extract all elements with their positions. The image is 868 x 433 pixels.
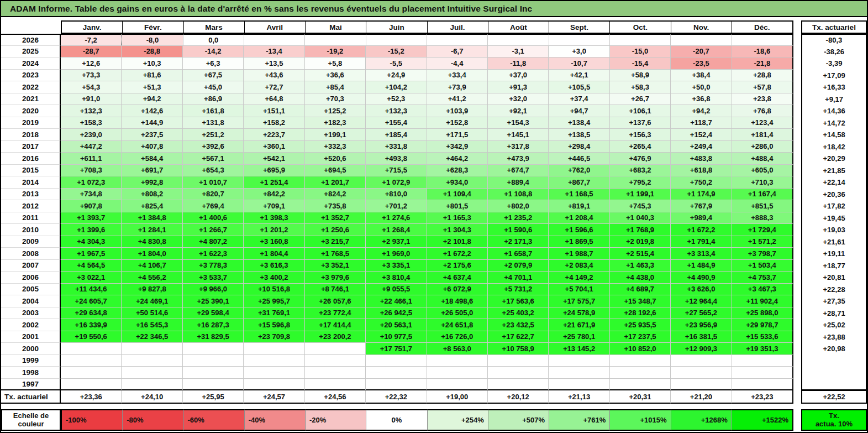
cell-2008-m10[interactable]: +2 515,4: [610, 248, 671, 260]
cell-2025-m12[interactable]: -18,6: [732, 46, 793, 58]
cell-2006-m2[interactable]: +4 556,2: [122, 272, 182, 284]
cell-2001-m4[interactable]: +23 709,8: [244, 331, 304, 343]
cell-2014-m4[interactable]: +1 251,4: [244, 176, 304, 189]
cell-2026-tx-actuariel[interactable]: -80,3: [801, 34, 867, 46]
cell-2001-m1[interactable]: +19 550,6: [61, 331, 122, 343]
cell-2016-m5[interactable]: +520,6: [305, 153, 366, 165]
cell-2000-m1[interactable]: [61, 343, 122, 355]
cell-2022-m6[interactable]: +104,2: [366, 81, 427, 93]
cell-2023-m2[interactable]: +81,6: [122, 70, 182, 82]
cell-2002-m10[interactable]: +25 935,5: [610, 319, 671, 331]
cell-2004-m1[interactable]: +24 605,7: [61, 295, 122, 307]
cell-2014-m9[interactable]: +867,7: [549, 176, 609, 189]
cell-2026-m2[interactable]: -8,0: [122, 34, 183, 46]
cell-2023-m9[interactable]: +42,1: [549, 70, 609, 82]
cell-2026-m10[interactable]: [610, 34, 671, 46]
cell-2004-m4[interactable]: +25 995,7: [244, 295, 304, 307]
cell-2005-m1[interactable]: +11 434,6: [61, 284, 122, 296]
cell-2005-m12[interactable]: +3 467,3: [732, 284, 793, 296]
cell-2015-tx-actuariel[interactable]: +21,85: [801, 165, 867, 177]
cell-2000-m11[interactable]: +12 909,3: [671, 343, 732, 355]
footer-cell-m2[interactable]: +24,10: [122, 390, 182, 404]
cell-2019-m2[interactable]: +144,9: [122, 117, 182, 129]
cell-2005-m6[interactable]: +9 055,5: [366, 284, 427, 296]
cell-2025-m4[interactable]: -13,4: [244, 46, 304, 58]
cell-2021-m7[interactable]: +41,2: [427, 93, 488, 106]
cell-2020-m1[interactable]: +132,3: [61, 105, 122, 117]
cell-2012-m9[interactable]: +819,1: [549, 200, 609, 212]
cell-2004-tx-actuariel[interactable]: +27,35: [801, 295, 867, 307]
cell-2015-m6[interactable]: +715,5: [366, 165, 427, 177]
cell-2023-m12[interactable]: +28,8: [732, 70, 793, 82]
cell-2009-m6[interactable]: +2 937,1: [366, 236, 427, 248]
cell-2019-m9[interactable]: +138,4: [549, 117, 609, 129]
cell-2014-m12[interactable]: +710,3: [732, 176, 793, 189]
cell-2001-tx-actuariel[interactable]: +23,88: [801, 331, 867, 343]
cell-1997-m10[interactable]: [610, 379, 671, 391]
cell-2009-tx-actuariel[interactable]: +21,61: [801, 236, 867, 248]
cell-2012-m7[interactable]: +801,5: [427, 200, 488, 212]
cell-2020-m11[interactable]: +94,2: [671, 105, 732, 117]
cell-2002-m4[interactable]: +15 596,8: [244, 319, 304, 331]
cell-2020-m9[interactable]: +94,7: [549, 105, 609, 117]
cell-2025-m5[interactable]: -19,2: [305, 46, 366, 58]
cell-1998-m10[interactable]: [610, 367, 671, 379]
cell-2018-m1[interactable]: +239,0: [61, 129, 122, 141]
cell-2024-m4[interactable]: +13,5: [244, 58, 304, 70]
cell-1997-m1[interactable]: [61, 379, 122, 391]
cell-1999-m8[interactable]: [488, 355, 549, 367]
cell-2025-m2[interactable]: -28,8: [122, 46, 182, 58]
cell-1998-m1[interactable]: [61, 367, 122, 379]
cell-2021-m8[interactable]: +32,0: [488, 93, 549, 106]
cell-2014-m8[interactable]: +889,4: [488, 176, 549, 189]
cell-2016-m6[interactable]: +493,8: [366, 153, 427, 165]
footer-cell-m3[interactable]: +25,95: [183, 390, 244, 404]
cell-2025-m11[interactable]: -20,7: [671, 46, 732, 58]
cell-2016-m3[interactable]: +567,1: [183, 153, 244, 165]
cell-2014-m10[interactable]: +795,2: [610, 176, 671, 189]
cell-2006-m5[interactable]: +3 979,6: [305, 272, 366, 284]
cell-2023-m8[interactable]: +37,0: [488, 70, 549, 82]
cell-2019-m8[interactable]: +154,3: [488, 117, 549, 129]
cell-2026-m12[interactable]: [732, 34, 793, 46]
cell-2017-m5[interactable]: +332,3: [305, 141, 366, 153]
cell-1997-m8[interactable]: [488, 379, 549, 391]
cell-1998-tx-actuariel[interactable]: [801, 367, 867, 379]
cell-2024-m7[interactable]: -4,4: [427, 58, 488, 70]
cell-2008-m2[interactable]: +1 804,0: [122, 248, 182, 260]
cell-2000-m5[interactable]: [305, 343, 366, 355]
cell-2025-tx-actuariel[interactable]: -38,26: [801, 46, 867, 58]
cell-2012-m4[interactable]: +709,1: [244, 200, 304, 212]
cell-2001-m9[interactable]: +25 780,1: [549, 331, 609, 343]
cell-2016-m10[interactable]: +476,9: [610, 153, 671, 165]
cell-2018-m9[interactable]: +138,5: [549, 129, 609, 141]
cell-2001-m8[interactable]: +17 622,7: [488, 331, 549, 343]
footer-cell-m10[interactable]: +20,31: [610, 390, 671, 404]
cell-2015-m9[interactable]: +762,0: [549, 165, 609, 177]
cell-1999-m2[interactable]: [122, 355, 182, 367]
cell-2010-m10[interactable]: +1 768,9: [610, 224, 671, 236]
footer-cell-m12[interactable]: +23,23: [732, 390, 793, 404]
cell-2003-tx-actuariel[interactable]: +28,71: [801, 307, 867, 320]
cell-2015-m11[interactable]: +618,8: [671, 165, 732, 177]
cell-1999-tx-actuariel[interactable]: [801, 355, 867, 367]
cell-2024-m8[interactable]: -11,8: [488, 58, 549, 70]
cell-2002-m3[interactable]: +16 287,3: [183, 319, 244, 331]
cell-1997-m12[interactable]: [732, 379, 793, 391]
cell-2005-m9[interactable]: +5 704,1: [549, 284, 609, 296]
cell-1999-m12[interactable]: [732, 355, 793, 367]
cell-2000-m2[interactable]: [122, 343, 182, 355]
cell-2003-m11[interactable]: +27 565,2: [671, 307, 732, 320]
cell-1997-m7[interactable]: [427, 379, 488, 391]
cell-2009-m11[interactable]: +1 791,4: [671, 236, 732, 248]
cell-2023-m3[interactable]: +67,5: [183, 70, 244, 82]
cell-1998-m9[interactable]: [549, 367, 609, 379]
cell-2023-m5[interactable]: +36,6: [305, 70, 366, 82]
cell-2022-m5[interactable]: +85,4: [305, 81, 366, 93]
cell-2002-m9[interactable]: +21 671,9: [549, 319, 609, 331]
cell-2005-m7[interactable]: +6 072,9: [427, 284, 488, 296]
cell-2009-m2[interactable]: +4 830,8: [122, 236, 182, 248]
cell-2012-m6[interactable]: +701,2: [366, 200, 427, 212]
cell-2014-m11[interactable]: +750,2: [671, 176, 732, 189]
cell-2014-m3[interactable]: +1 010,7: [183, 176, 244, 189]
